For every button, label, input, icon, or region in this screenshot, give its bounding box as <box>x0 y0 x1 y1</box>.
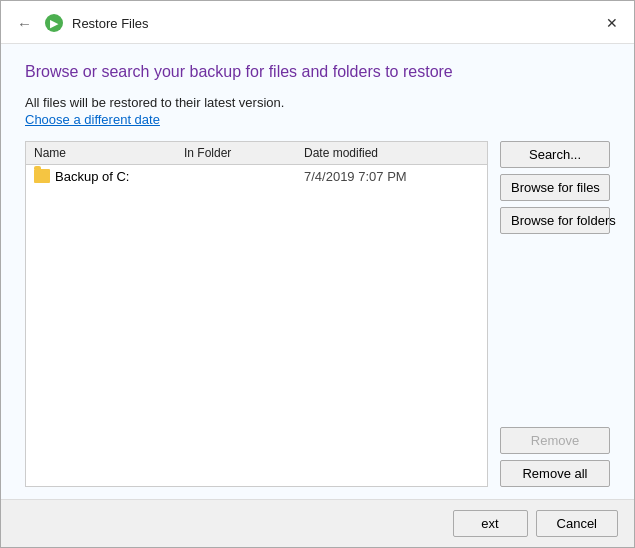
col-folder-header: In Folder <box>184 146 304 160</box>
row-name-cell: Backup of C: <box>34 169 184 184</box>
next-underline: ext <box>481 516 498 531</box>
window-title: Restore Files <box>72 16 149 31</box>
back-button[interactable]: ← <box>13 15 36 32</box>
remove-all-button[interactable]: Remove all <box>500 460 610 487</box>
col-name-header: Name <box>34 146 184 160</box>
row-date-cell: 7/4/2019 7:07 PM <box>304 169 479 184</box>
browse-folders-button[interactable]: Browse for folders <box>500 207 610 234</box>
footer: ext Cancel <box>1 499 634 547</box>
button-panel: Search... Browse for files Browse for fo… <box>500 141 610 487</box>
page-heading: Browse or search your backup for files a… <box>25 62 610 83</box>
title-bar: ← ▶ Restore Files ✕ <box>1 1 634 44</box>
next-button[interactable]: ext <box>453 510 528 537</box>
file-table: Name In Folder Date modified Backup of C… <box>25 141 488 487</box>
svg-text:▶: ▶ <box>50 17 59 29</box>
main-area: Name In Folder Date modified Backup of C… <box>25 141 610 487</box>
table-header: Name In Folder Date modified <box>26 142 487 165</box>
search-button[interactable]: Search... <box>500 141 610 168</box>
col-date-header: Date modified <box>304 146 479 160</box>
window: ← ▶ Restore Files ✕ Browse or search you… <box>0 0 635 548</box>
table-body: Backup of C: 7/4/2019 7:07 PM <box>26 165 487 486</box>
spacer <box>500 240 610 421</box>
close-button[interactable]: ✕ <box>598 9 626 37</box>
cancel-button[interactable]: Cancel <box>536 510 618 537</box>
main-content: Browse or search your backup for files a… <box>1 44 634 499</box>
title-bar-icon: ▶ <box>44 13 64 33</box>
subtext: All files will be restored to their late… <box>25 95 610 110</box>
table-row[interactable]: Backup of C: 7/4/2019 7:07 PM <box>26 165 487 188</box>
change-date-link[interactable]: Choose a different date <box>25 112 610 127</box>
remove-button[interactable]: Remove <box>500 427 610 454</box>
row-name-text: Backup of C: <box>55 169 129 184</box>
browse-files-button[interactable]: Browse for files <box>500 174 610 201</box>
folder-icon <box>34 169 50 183</box>
